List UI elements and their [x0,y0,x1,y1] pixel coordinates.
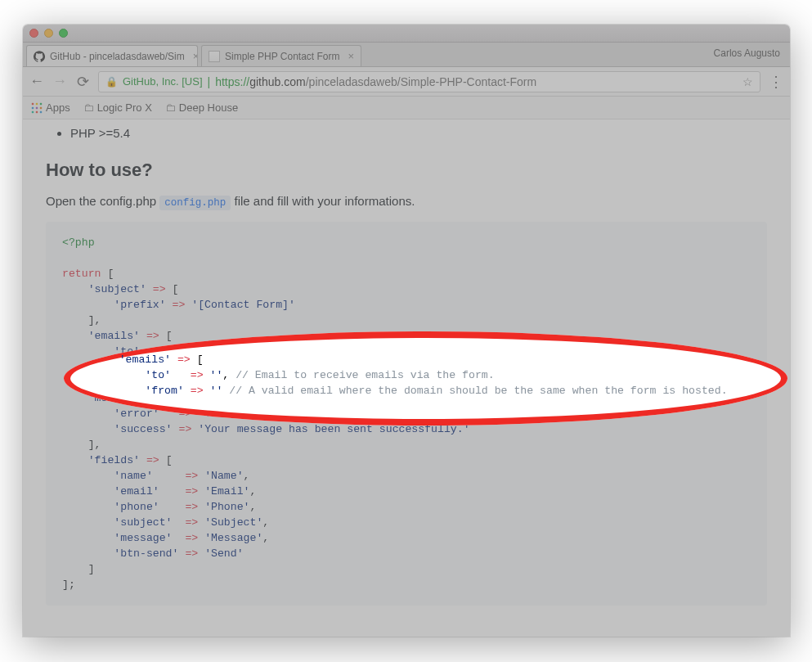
document-icon [209,51,220,62]
macos-titlebar [23,25,790,43]
tab-strip: GitHub - pinceladasdaweb/Sim × Simple PH… [23,43,790,67]
github-icon [34,51,45,62]
folder-icon: 🗀 [165,101,176,114]
bookmark-folder-deephouse[interactable]: 🗀 Deep House [165,101,238,114]
folder-icon: 🗀 [83,101,94,114]
window-controls [29,29,68,38]
tab-github[interactable]: GitHub - pinceladasdaweb/Sim × [26,45,198,66]
ev-cert-name: GitHub, Inc. [US] [123,75,203,88]
browser-menu-button[interactable]: ⋮ [769,73,783,91]
address-bar[interactable]: 🔒 GitHub, Inc. [US] | https://github.com… [98,71,760,92]
zoom-window-icon[interactable] [59,29,68,38]
bookmark-folder-logic[interactable]: 🗀 Logic Pro X [83,101,152,114]
minimize-window-icon[interactable] [44,29,53,38]
tab-title: Simple PHP Contact Form [225,51,340,62]
forward-button: → [52,73,67,90]
apps-grid-icon [31,102,43,114]
toolbar: ← → ⟳ 🔒 GitHub, Inc. [US] | https://gith… [23,67,790,97]
heading-how-to-use: How to use? [46,160,767,181]
close-window-icon[interactable] [29,29,38,38]
bookmark-star-icon[interactable]: ☆ [742,75,753,88]
close-tab-icon[interactable]: × [193,50,198,62]
back-button[interactable]: ← [29,73,44,90]
config-file-tag: config.php [159,196,231,210]
instruction-text: Open the config.php config.php file and … [46,194,767,209]
url-text: https://github.com/pinceladasdaweb/Simpl… [215,75,536,88]
lock-icon: 🔒 [105,76,118,88]
code-block: <?php return [ 'subject' => [ 'prefix' =… [46,222,767,606]
tab-title: GitHub - pinceladasdaweb/Sim [50,51,185,62]
bookmarks-bar: Apps 🗀 Logic Pro X 🗀 Deep House [23,97,790,119]
close-tab-icon[interactable]: × [348,50,355,62]
page-content: PHP >=5.4 How to use? Open the config.ph… [23,119,790,625]
apps-button[interactable]: Apps [31,101,70,114]
profile-name[interactable]: Carlos Augusto [714,47,780,59]
requirement-item: PHP >=5.4 [70,126,767,140]
browser-window: GitHub - pinceladasdaweb/Sim × Simple PH… [23,25,790,637]
reload-button[interactable]: ⟳ [75,73,90,91]
tab-contact-form[interactable]: Simple PHP Contact Form × [201,45,361,66]
